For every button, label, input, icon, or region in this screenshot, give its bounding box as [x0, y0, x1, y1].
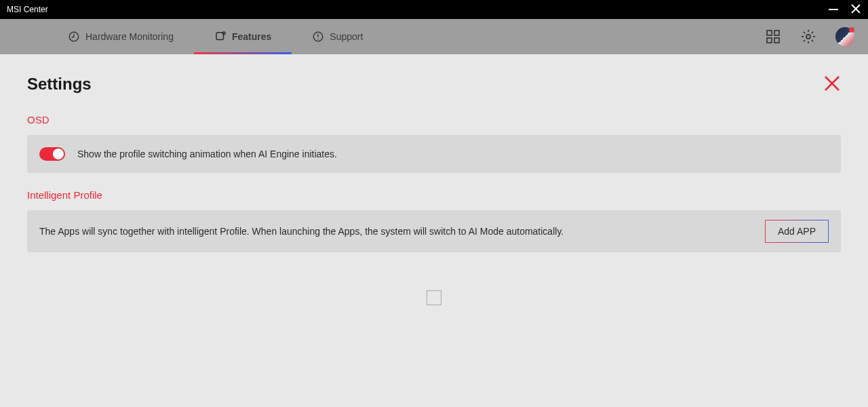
close-icon — [850, 3, 861, 14]
grid-icon[interactable] — [765, 28, 781, 45]
titlebar: MSI Center — [0, 0, 868, 19]
osd-toggle-label: Show the profile switching animation whe… — [77, 149, 337, 159]
svg-rect-7 — [767, 38, 772, 43]
support-icon — [312, 31, 324, 43]
intelligent-profile-section-label: Intelligent Profile — [27, 189, 841, 201]
navbar: Hardware Monitoring Features Support — [0, 19, 868, 54]
svg-rect-5 — [767, 31, 772, 35]
tab-support[interactable]: Support — [292, 19, 383, 54]
gear-icon[interactable] — [800, 28, 816, 45]
svg-point-9 — [806, 35, 810, 39]
clock-icon — [68, 31, 80, 43]
tab-label: Features — [232, 31, 271, 42]
close-settings-button[interactable] — [823, 75, 841, 95]
tab-label: Support — [330, 31, 363, 42]
tab-features[interactable]: Features — [194, 19, 292, 54]
osd-setting-row: Show the profile switching animation whe… — [27, 135, 841, 173]
osd-animation-toggle[interactable] — [39, 147, 65, 161]
content-area: Settings OSD Show the profile switching … — [0, 54, 868, 326]
svg-point-2 — [222, 32, 225, 35]
features-icon — [214, 31, 226, 43]
avatar[interactable] — [835, 27, 854, 46]
intelligent-profile-description: The Apps will sync together with intelli… — [39, 226, 564, 237]
page-title: Settings — [27, 75, 841, 94]
svg-rect-8 — [774, 38, 779, 43]
app-placeholder — [427, 290, 441, 305]
close-icon — [823, 75, 841, 92]
svg-point-4 — [318, 39, 319, 40]
tab-label: Hardware Monitoring — [85, 31, 174, 42]
window-close-button[interactable] — [850, 3, 861, 16]
minimize-button[interactable] — [829, 9, 838, 10]
add-app-button[interactable]: Add APP — [765, 220, 829, 243]
tab-hardware-monitoring[interactable]: Hardware Monitoring — [47, 19, 194, 54]
window-title: MSI Center — [7, 5, 48, 14]
osd-section-label: OSD — [27, 114, 841, 125]
intelligent-profile-row: The Apps will sync together with intelli… — [27, 210, 841, 252]
svg-rect-6 — [774, 31, 779, 35]
